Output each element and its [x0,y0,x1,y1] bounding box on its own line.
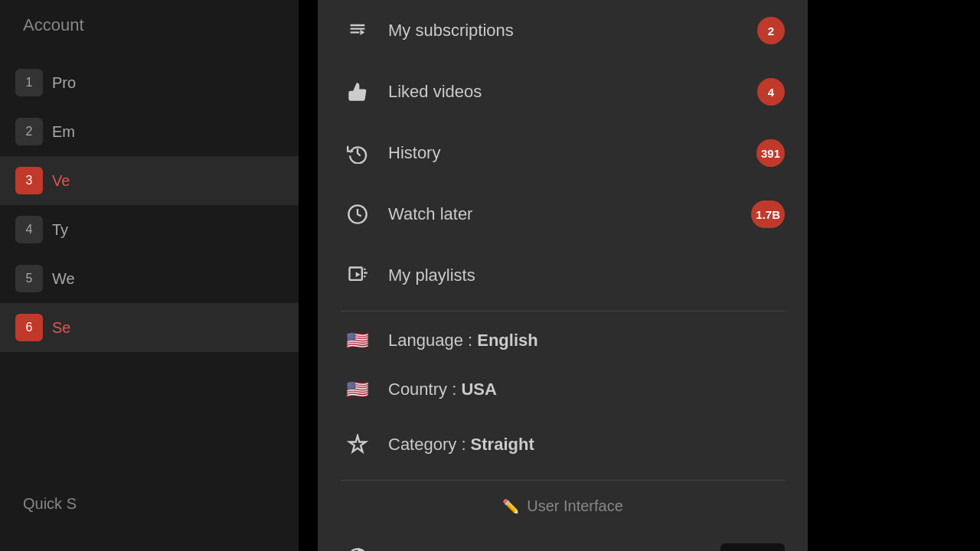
sidebar-item-5[interactable]: 5 We [0,254,299,303]
sidebar-item-6[interactable]: 6 Se [0,303,299,352]
watch-later-label: Watch later [388,204,751,224]
item-1-label: Pro [52,74,76,92]
item-2-label: Em [52,123,75,141]
country-flag-icon: 🇺🇸 [341,379,374,400]
right-overlay [808,0,980,551]
divider-2 [341,480,785,481]
subscriptions-label: My subscriptions [388,21,757,41]
category-label: Category : Straight [388,435,785,455]
item-3-label: Ve [52,172,70,190]
item-4-badge: 4 [15,216,43,243]
liked-videos-badge: 4 [757,78,785,106]
item-5-label: We [52,270,75,288]
country-text: Country : [388,380,461,399]
colors-icon [341,541,374,551]
history-icon [341,136,374,170]
item-3-badge: 3 [15,167,43,194]
liked-videos-label: Liked videos [388,82,757,102]
divider-1 [341,311,785,311]
clock-icon [341,197,374,231]
colors-label: Colors [388,548,720,551]
quick-section: Quick S [0,480,299,528]
pencil-icon: ✏️ [502,498,519,515]
thumbs-up-icon [341,75,374,109]
sidebar-item-2[interactable]: 2 Em [0,107,299,156]
sidebar-items: 1 Pro 2 Em 3 Ve 4 Ty 5 We 6 Se [0,58,299,352]
sidebar-item-4[interactable]: 4 Ty [0,205,299,254]
country-setting[interactable]: 🇺🇸 Country : USA [318,365,808,414]
colors-setting[interactable]: Colors Dark [318,527,808,551]
item-2-badge: 2 [15,118,43,145]
sidebar-item-1[interactable]: 1 Pro [0,58,299,107]
country-value: USA [461,380,496,399]
left-sidebar: Account 1 Pro 2 Em 3 Ve 4 Ty 5 We 6 Se Q… [0,0,299,551]
item-1-badge: 1 [15,69,43,96]
language-text: Language : [388,331,477,350]
playlists-item[interactable]: My playlists [318,245,808,306]
account-label: Account [23,15,84,34]
quick-label: Quick S [23,495,77,512]
category-icon [341,428,374,461]
history-item[interactable]: History 391 [318,122,808,184]
language-flag-icon: 🇺🇸 [341,330,374,351]
ui-section-header: ✏️ User Interface [318,485,808,527]
item-6-label: Se [52,319,70,337]
liked-videos-item[interactable]: Liked videos 4 [318,61,808,122]
item-6-badge: 6 [15,314,43,341]
subscriptions-icon [341,14,374,47]
subscriptions-badge: 2 [757,17,785,44]
dropdown-panel: My subscriptions 2 Liked videos 4 Histor… [318,0,808,551]
language-value: English [477,331,537,350]
category-value: Straight [471,435,534,454]
language-setting[interactable]: 🇺🇸 Language : English [318,316,808,365]
playlists-label: My playlists [388,266,785,285]
item-5-badge: 5 [15,265,43,292]
ui-section-label: User Interface [527,497,623,515]
account-header: Account [0,0,299,51]
category-setting[interactable]: Category : Straight [318,414,808,475]
country-label: Country : USA [388,380,785,399]
category-text: Category : [388,435,471,454]
watch-later-badge: 1.7B [751,201,785,228]
playlists-icon [341,259,374,292]
history-label: History [388,143,756,163]
language-label: Language : English [388,331,785,350]
item-4-label: Ty [52,221,68,239]
colors-value[interactable]: Dark [720,543,785,552]
watch-later-item[interactable]: Watch later 1.7B [318,184,808,245]
history-badge: 391 [756,139,785,167]
sidebar-item-3[interactable]: 3 Ve [0,156,299,205]
subscriptions-item[interactable]: My subscriptions 2 [318,0,808,61]
